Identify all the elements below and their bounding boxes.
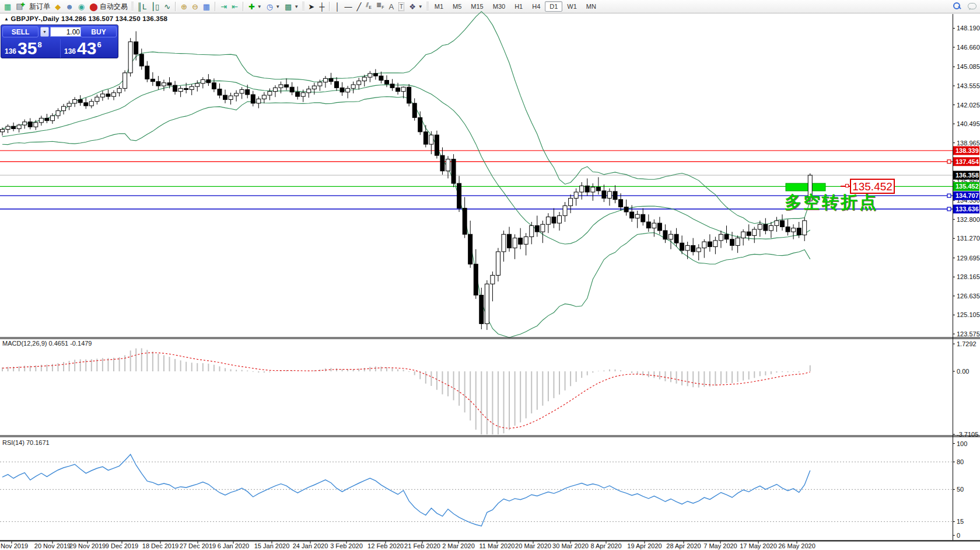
- svg-text:17 May 2020: 17 May 2020: [740, 542, 777, 549]
- sell-price-int: 136: [5, 47, 16, 55]
- panel-divider: [60, 39, 61, 58]
- svg-text:134.707: 134.707: [956, 192, 979, 199]
- svg-text:135.452: 135.452: [956, 183, 979, 190]
- svg-text:3 Feb 2020: 3 Feb 2020: [330, 542, 363, 549]
- svg-text:11 Mar 2020: 11 Mar 2020: [480, 542, 515, 549]
- svg-text:26 May 2020: 26 May 2020: [778, 542, 816, 549]
- svg-text:128.165: 128.165: [957, 273, 980, 280]
- macd-label: MACD(12,26,9) 0.4651 -0.1479: [2, 340, 92, 347]
- svg-text:7 May 2020: 7 May 2020: [704, 542, 737, 549]
- svg-text:1 Nov 2019: 1 Nov 2019: [0, 542, 28, 549]
- svg-text:143.555: 143.555: [957, 82, 980, 89]
- volume-decrease-button[interactable]: ▼: [40, 27, 49, 37]
- bull-bear-turning-point-annotation[interactable]: 多空转折点: [785, 191, 878, 214]
- svg-text:8 Apr 2020: 8 Apr 2020: [590, 542, 621, 549]
- svg-text:20 Mar 2020: 20 Mar 2020: [515, 542, 551, 549]
- sell-price-main: 35: [18, 40, 37, 57]
- svg-text:21 Feb 2020: 21 Feb 2020: [404, 542, 440, 549]
- mt4-terminal: ▦ ▤✚ 新订单 ◆ ☻ ◉ ⬤ 自动交易 ║L ⎮▯ ∿ ⊕ ⊖ ▦ ⇥ ⇤ …: [0, 0, 980, 550]
- svg-text:18 Dec 2019: 18 Dec 2019: [142, 542, 178, 549]
- svg-text:142.025: 142.025: [957, 102, 980, 109]
- svg-text:138.339: 138.339: [956, 147, 979, 154]
- svg-text:126.635: 126.635: [957, 293, 980, 300]
- svg-text:15 Jan 2020: 15 Jan 2020: [254, 542, 290, 549]
- svg-text:132.800: 132.800: [957, 216, 980, 223]
- sell-price-sup: 8: [37, 40, 41, 49]
- symbol-ohlc-line: ▲ GBPJPY-,Daily 134.286 136.507 134.250 …: [4, 15, 167, 22]
- window-marker-icon: ▲: [4, 16, 9, 22]
- buy-price-int: 136: [64, 47, 76, 55]
- date-axis[interactable]: 1 Nov 201920 Nov 201929 Nov 20199 Dec 20…: [0, 541, 816, 549]
- svg-text:133.636: 133.636: [956, 206, 979, 213]
- one-click-trading-panel: SELL ▼ 1.00 ▲ BUY 136 35 8 136 43 6: [1, 25, 118, 58]
- svg-text:146.660: 146.660: [957, 44, 980, 51]
- svg-text:27 Dec 2019: 27 Dec 2019: [180, 542, 216, 549]
- svg-text:20 Nov 2019: 20 Nov 2019: [34, 542, 71, 549]
- svg-text:28 Apr 2020: 28 Apr 2020: [666, 542, 701, 549]
- svg-text:2 Mar 2020: 2 Mar 2020: [442, 542, 475, 549]
- svg-text:140.495: 140.495: [957, 120, 980, 127]
- svg-text:137.454: 137.454: [956, 158, 979, 165]
- svg-text:100: 100: [957, 440, 967, 447]
- svg-text:0: 0: [957, 532, 960, 539]
- bollinger-bands-layer: [2, 12, 810, 338]
- candles-layer: [1, 32, 813, 330]
- price-axis[interactable]: 148.190146.660145.085143.555142.025140.4…: [947, 25, 980, 539]
- svg-text:148.190: 148.190: [957, 25, 980, 32]
- svg-text:138.965: 138.965: [957, 140, 980, 147]
- svg-text:80: 80: [957, 458, 964, 465]
- buy-price-main: 43: [77, 40, 96, 57]
- buy-price[interactable]: 136 43 6: [64, 36, 102, 57]
- svg-text:12 Feb 2020: 12 Feb 2020: [368, 542, 404, 549]
- svg-text:-3.7105: -3.7105: [957, 431, 978, 438]
- svg-text:19 Apr 2020: 19 Apr 2020: [627, 542, 662, 549]
- sell-price[interactable]: 136 35 8: [5, 36, 42, 57]
- svg-text:123.575: 123.575: [957, 330, 980, 337]
- volume-input[interactable]: 1.00: [50, 27, 83, 37]
- chart-surface[interactable]: 148.190146.660145.085143.555142.025140.4…: [0, 0, 980, 550]
- svg-text:15: 15: [957, 518, 964, 525]
- svg-text:24 Jan 2020: 24 Jan 2020: [293, 542, 328, 549]
- price-callout-label[interactable]: 135.452: [850, 179, 895, 194]
- svg-text:145.085: 145.085: [957, 63, 980, 70]
- svg-text:136.358: 136.358: [956, 172, 979, 179]
- svg-text:129.695: 129.695: [957, 255, 980, 262]
- svg-text:1.7292: 1.7292: [957, 340, 977, 347]
- svg-text:131.270: 131.270: [957, 235, 980, 242]
- svg-text:50: 50: [957, 486, 964, 493]
- svg-text:30 Mar 2020: 30 Mar 2020: [552, 542, 589, 549]
- svg-text:9 Dec 2019: 9 Dec 2019: [106, 542, 138, 549]
- svg-text:0.00: 0.00: [957, 368, 969, 375]
- macd-layer: [2, 348, 810, 434]
- rsi-label: RSI(14) 70.1671: [2, 439, 50, 446]
- green-rectangle-layer[interactable]: [786, 183, 825, 191]
- rsi-layer: [0, 454, 953, 526]
- callout-anchor-handle[interactable]: [845, 184, 849, 187]
- svg-text:29 Nov 2019: 29 Nov 2019: [69, 542, 106, 549]
- svg-text:125.105: 125.105: [957, 311, 980, 318]
- buy-price-sup: 6: [97, 40, 101, 49]
- svg-text:6 Jan 2020: 6 Jan 2020: [218, 542, 249, 549]
- symbol-ohlc-text: GBPJPY-,Daily 134.286 136.507 134.250 13…: [11, 15, 168, 22]
